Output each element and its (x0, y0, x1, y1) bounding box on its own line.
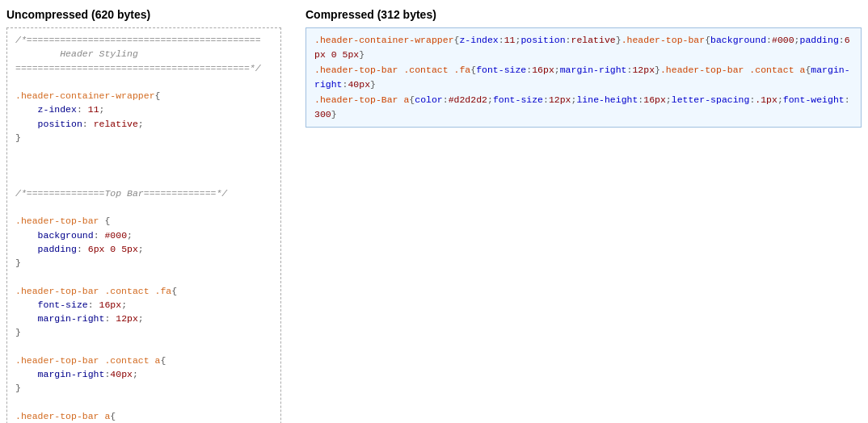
left-panel-title: Uncompressed (620 bytes) (6, 8, 281, 21)
main-container: Uncompressed (620 bytes) /*=============… (0, 0, 868, 423)
right-panel-title: Compressed (312 bytes) (305, 8, 862, 21)
right-panel: Compressed (312 bytes) .header-container… (297, 8, 862, 423)
left-panel: Uncompressed (620 bytes) /*=============… (6, 8, 297, 423)
right-panel-wrapper: Compressed (312 bytes) .header-container… (297, 8, 862, 423)
uncompressed-code: /*======================================… (6, 27, 281, 423)
compressed-code: .header-container-wrapper{z-index:11;pos… (305, 27, 862, 128)
